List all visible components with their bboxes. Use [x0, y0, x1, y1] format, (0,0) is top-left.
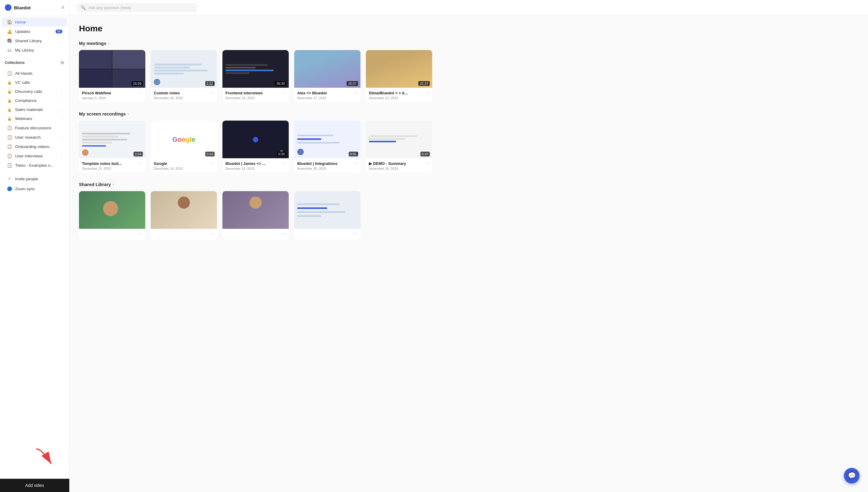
shared-library-section-label[interactable]: Shared Library › — [79, 182, 858, 187]
card-menu-icon[interactable]: ··· — [282, 161, 286, 166]
sidebar-item-compliance-label: Compliance — [15, 98, 36, 103]
sidebar-item-all-hands[interactable]: 📋 All Hands — [2, 69, 67, 78]
sidebar-item-webinars[interactable]: 🔒 Webinars › — [2, 114, 67, 123]
card-thumb: 26:07 — [294, 50, 360, 88]
card-menu-icon[interactable]: ··· — [210, 161, 214, 166]
onboarding-icon: 📋 — [7, 144, 12, 149]
sidebar-item-vc-calls[interactable]: 🔒 VC calls — [2, 78, 67, 87]
card-date: November 27, 2023 — [297, 96, 357, 100]
card-body: ▶ DEMO - Summary ··· November 29, 2023 — [366, 158, 432, 173]
card-body: ··· — [294, 229, 360, 240]
card-thumb: 1:12 — [151, 50, 217, 88]
shared-library-icon: 📚 — [7, 38, 12, 43]
card-google[interactable]: Google 0:24 Google ··· December 14, 2023 — [151, 121, 217, 173]
my-library-icon: 🗂 — [7, 48, 12, 52]
sidebar-item-my-library[interactable]: 🗂 My Library — [2, 46, 67, 54]
card-menu-icon[interactable]: ··· — [354, 90, 357, 96]
search-bar[interactable]: 🔍 Ask any question (beta) — [77, 3, 197, 12]
user-research-icon: 📋 — [7, 135, 12, 140]
card-frontend-interviews[interactable]: 36:30 Frontend interviews ··· December 2… — [223, 50, 289, 102]
my-meetings-section-label[interactable]: My meetings › — [79, 41, 858, 46]
sidebar-item-feature-discussions[interactable]: 📋 Feature discussions — [2, 123, 67, 132]
duration-badge: 26:07 — [347, 81, 358, 86]
card-menu-icon[interactable]: ··· — [282, 231, 286, 237]
card-bluedot-integrations[interactable]: 0:55 Bluedot | Integrations ··· November… — [294, 121, 360, 173]
brand-row: Bluedot — [5, 4, 31, 11]
card-dima-bluedot[interactable]: 21:27 Dima/Bluedot < > A... ··· November… — [366, 50, 432, 102]
sidebar-item-onboarding[interactable]: 📋 Onboarding videos... — [2, 142, 67, 151]
sidebar-item-invite-people[interactable]: ＋ Invite people — [2, 174, 67, 183]
card-body: Pirsch Webflow ··· January 3, 2024 — [79, 88, 145, 102]
card-menu-icon[interactable]: ··· — [354, 161, 357, 166]
add-video-button[interactable]: Add video — [0, 479, 69, 492]
chat-fab-button[interactable]: 💬 — [844, 468, 860, 484]
sidebar-item-twiso[interactable]: 📋 Twiso - Examples o... — [2, 161, 67, 170]
shared-library-cards: ··· ··· — [79, 191, 858, 240]
lock-icon-5: 🔒 — [7, 117, 12, 121]
my-meetings-label: My meetings — [79, 41, 106, 46]
card-title: Bluedot | James <> ... — [225, 161, 265, 166]
nav-section: 🏠 Home 🔔 Updates 56 📚 Shared Library 🗂 M… — [0, 16, 69, 57]
card-title: Bluedot | Integrations — [297, 161, 337, 166]
sidebar-item-sales-label: Sales materials — [15, 107, 43, 112]
card-menu-icon[interactable]: ··· — [138, 161, 142, 166]
card-menu-icon[interactable]: ··· — [210, 231, 214, 237]
card-menu-icon[interactable]: ··· — [425, 90, 429, 96]
sidebar-item-my-label: My Library — [15, 48, 34, 52]
card-menu-icon[interactable]: ··· — [282, 90, 286, 96]
sidebar-item-shared-library[interactable]: 📚 Shared Library — [2, 36, 67, 45]
sidebar-item-home[interactable]: 🏠 Home — [2, 18, 67, 27]
shared-card-1[interactable]: ··· — [79, 191, 145, 240]
sidebar-item-user-research-label: User research — [15, 135, 41, 140]
duration-badge: 21:27 — [418, 81, 430, 86]
sidebar-header: Bluedot ≡ — [0, 0, 69, 16]
screen-recordings-cards: 2:04 Template notes buil... ··· December… — [79, 121, 858, 173]
lock-icon-4: 🔒 — [7, 107, 12, 112]
sidebar-item-onboarding-label: Onboarding videos... — [15, 144, 53, 149]
card-menu-icon[interactable]: ··· — [210, 90, 214, 96]
shared-card-4[interactable]: ··· — [294, 191, 360, 240]
sidebar-item-discovery-calls[interactable]: 🔒 Discovery calls › — [2, 87, 67, 96]
card-thumb: 15:26 — [79, 50, 145, 88]
sidebar-item-user-research[interactable]: 📋 User research › — [2, 133, 67, 142]
sidebar-item-feature-label: Feature discussions — [15, 126, 51, 130]
hamburger-icon[interactable]: ≡ — [61, 5, 64, 10]
card-body: Dima/Bluedot < > A... ··· November 23, 2… — [366, 88, 432, 102]
sidebar-item-twiso-label: Twiso - Examples o... — [15, 163, 54, 168]
my-screen-recordings-section-label[interactable]: My screen recordings › — [79, 111, 858, 116]
shared-card-3[interactable]: ··· — [223, 191, 289, 240]
card-body: Custom notes ··· December 28, 2023 — [151, 88, 217, 102]
card-menu-icon[interactable]: ··· — [138, 90, 142, 96]
card-pirsch-webflow[interactable]: 15:26 Pirsch Webflow ··· January 3, 2024 — [79, 50, 145, 102]
card-title: Pirsch Webflow — [82, 91, 111, 95]
all-hands-icon: 📋 — [7, 71, 12, 76]
sidebar-item-updates[interactable]: 🔔 Updates 56 — [2, 27, 67, 36]
card-thumb: 0:20 — [223, 121, 289, 158]
add-collection-icon[interactable]: ⊕ — [60, 60, 64, 66]
sidebar-item-sales-materials[interactable]: 🔒 Sales materials › — [2, 105, 67, 114]
card-custom-notes[interactable]: 1:12 Custom notes ··· December 28, 2023 — [151, 50, 217, 102]
sidebar-item-updates-label: Updates — [15, 29, 30, 34]
card-alex-bluedot[interactable]: 26:07 Alex <> Bluedot ··· November 27, 2… — [294, 50, 360, 102]
sidebar-item-zoom-sync[interactable]: 🔵 Zoom sync — [2, 184, 67, 193]
card-title: Frontend interviews — [225, 91, 263, 95]
sidebar-item-user-interviews[interactable]: 📋 User interviews › — [2, 151, 67, 161]
lock-icon-2: 🔒 — [7, 90, 12, 94]
card-menu-icon[interactable]: ··· — [425, 161, 429, 166]
sidebar-item-shared-label: Shared Library — [15, 39, 42, 43]
shared-card-2[interactable]: ··· — [151, 191, 217, 240]
card-body: ··· — [151, 229, 217, 240]
sidebar-item-compliance[interactable]: 🔒 Compliance › — [2, 96, 67, 105]
invite-icon: ＋ — [7, 176, 12, 181]
card-demo-summary[interactable]: 0:47 ▶ DEMO - Summary ··· November 29, 2… — [366, 121, 432, 173]
sidebar-item-webinars-label: Webinars — [15, 116, 32, 121]
chevron-right-icon-5: › — [61, 136, 62, 139]
card-bluedot-james[interactable]: 0:20 Bluedot | James <> ... ··· December… — [223, 121, 289, 173]
updates-badge: 56 — [55, 29, 62, 33]
sidebar-item-invite-label: Invite people — [15, 177, 38, 181]
card-template-notes[interactable]: 2:04 Template notes buil... ··· December… — [79, 121, 145, 173]
card-menu-icon[interactable]: ··· — [138, 231, 142, 237]
card-title: Alex <> Bluedot — [297, 91, 327, 95]
card-menu-icon[interactable]: ··· — [354, 231, 357, 237]
collections-title: Collections — [5, 60, 25, 65]
